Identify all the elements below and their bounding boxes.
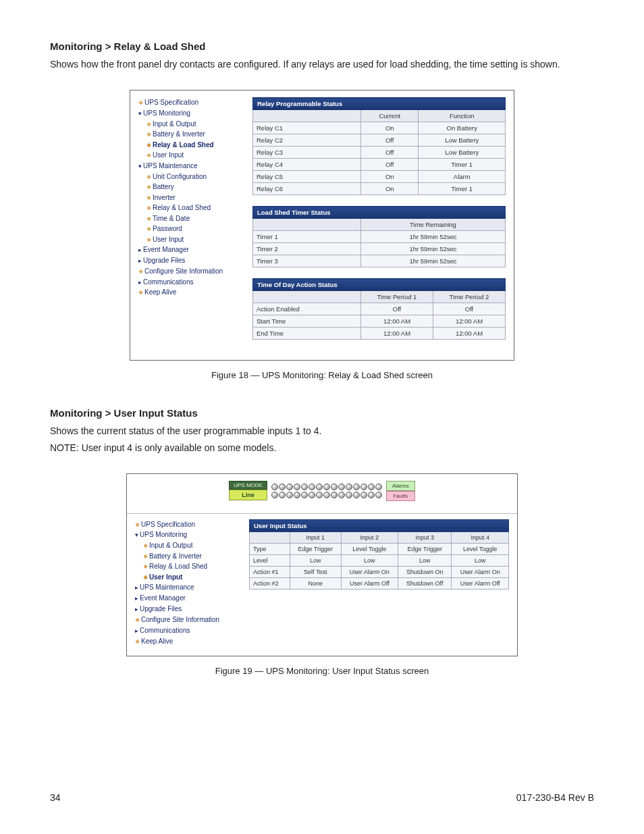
nav-item[interactable]: Battery & Inverter	[138, 129, 243, 140]
table-cell: Low	[452, 554, 509, 566]
uis-title: User Input Status	[250, 519, 509, 531]
nav-item[interactable]: Upgrade Files	[135, 604, 240, 615]
table-cell: Timer 1	[419, 159, 506, 171]
tod-title: Time Of Day Action Status	[253, 279, 506, 291]
nav-item[interactable]: Inverter	[138, 192, 243, 203]
nav-item[interactable]: Upgrade Files	[138, 255, 243, 266]
ups-mode-label: UPS MODE	[229, 481, 267, 490]
table-row: Timer 31hr 59min 52sec	[253, 255, 506, 267]
table-cell: Relay C3	[253, 147, 361, 159]
table-row: Relay C4OffTimer 1	[253, 159, 506, 171]
table-cell: Action #1	[250, 566, 290, 577]
nav-item[interactable]: Unit Configuration	[138, 172, 243, 182]
nav-item[interactable]: Communications	[135, 625, 240, 636]
status-dot-icon	[308, 492, 315, 498]
alarms-faults-widget: Alarms Faults	[386, 481, 415, 501]
nav-item[interactable]: UPS Maintenance	[138, 161, 243, 172]
table-cell: On	[361, 122, 419, 134]
column-header: Input 2	[341, 531, 398, 543]
nav-item[interactable]: Time & Date	[138, 213, 243, 224]
nav-item[interactable]: UPS Specification	[135, 519, 240, 530]
column-header: Input 3	[398, 531, 452, 543]
status-dot-icon	[301, 484, 308, 490]
table-cell: Start Time	[253, 315, 361, 328]
table-cell: Off	[361, 134, 419, 147]
figure-18-caption: Figure 18 — UPS Monitoring: Relay & Load…	[50, 370, 594, 380]
nav-item[interactable]: Event Manager	[138, 244, 243, 255]
status-dot-icon	[368, 484, 375, 490]
table-cell: 1hr 59min 52sec	[361, 243, 506, 255]
table-row: Start Time12:00 AM12:00 AM	[253, 315, 506, 328]
load-shed-title: Load Shed Timer Status	[253, 207, 506, 219]
ups-mode-widget: UPS MODE Line	[229, 481, 267, 500]
table-cell: Level	[250, 554, 290, 566]
status-dot-icon	[316, 492, 323, 498]
status-dot-icon	[338, 484, 345, 490]
status-dot-icon	[375, 492, 382, 498]
table-cell: Timer 3	[253, 255, 361, 267]
nav-item[interactable]: Keep Alive	[135, 636, 240, 647]
table-cell: Low Battery	[419, 134, 506, 147]
nav-item[interactable]: Battery & Inverter	[135, 551, 240, 562]
table-row: Action #2NoneUser Alarm OffShutdown OffU…	[250, 577, 509, 589]
nav-item[interactable]: Relay & Load Shed	[138, 203, 243, 213]
status-dot-icon	[323, 484, 330, 490]
table-cell: 12:00 AM	[361, 315, 433, 328]
nav-item[interactable]: Relay & Load Shed	[135, 561, 240, 572]
nav-item[interactable]: User Input	[138, 234, 243, 245]
status-dot-icon	[360, 492, 367, 498]
table-cell: Timer 1	[253, 231, 361, 243]
table-cell: User Alarm Off	[341, 577, 398, 589]
table-cell: Level Toggle	[341, 543, 398, 554]
nav-item[interactable]: Input & Output	[138, 119, 243, 130]
column-header: Current	[361, 110, 419, 122]
table-row: Relay C6OnTimer 1	[253, 183, 506, 195]
table-cell: Low Battery	[419, 147, 506, 159]
status-dot-icon	[286, 492, 293, 498]
nav-tree-1: UPS SpecificationUPS MonitoringInput & O…	[138, 97, 243, 298]
table-cell: 12:00 AM	[433, 315, 506, 328]
nav-tree-2: UPS SpecificationUPS MonitoringInput & O…	[135, 519, 240, 646]
table-row: Action EnabledOffOff	[253, 303, 506, 315]
nav-item[interactable]: UPS Monitoring	[138, 108, 243, 119]
nav-item[interactable]: Password	[138, 224, 243, 234]
status-dot-icon	[271, 484, 278, 490]
nav-item[interactable]: Relay & Load Shed	[138, 140, 243, 151]
nav-item[interactable]: User Input	[138, 150, 243, 161]
table-cell: Timer 1	[419, 183, 506, 195]
table-cell: Type	[250, 543, 290, 554]
column-header	[253, 110, 361, 122]
nav-item[interactable]: Battery	[138, 182, 243, 192]
ups-mode-value: Line	[229, 490, 267, 500]
table-cell: Off	[433, 303, 506, 315]
table-row: Relay C5OnAlarm	[253, 171, 506, 183]
nav-item[interactable]: UPS Specification	[138, 97, 243, 108]
table-cell: Off	[361, 147, 419, 159]
page-footer: 34 017-230-B4 Rev B	[50, 792, 594, 803]
table-cell: Relay C1	[253, 122, 361, 134]
table-cell: Alarm	[419, 171, 506, 183]
status-dot-icon	[316, 484, 323, 490]
nav-item[interactable]: Configure Site Information	[138, 266, 243, 277]
nav-item[interactable]: UPS Maintenance	[135, 582, 240, 593]
table-cell: On	[361, 183, 419, 195]
table-cell: Relay C6	[253, 183, 361, 195]
nav-item[interactable]: Communications	[138, 277, 243, 288]
nav-item[interactable]: Event Manager	[135, 593, 240, 604]
table-cell: Timer 2	[253, 243, 361, 255]
column-header: Input 4	[452, 531, 509, 543]
relay-programmable-status-table: Relay Programmable Status CurrentFunctio…	[252, 97, 506, 195]
nav-item[interactable]: Keep Alive	[138, 287, 243, 298]
nav-item[interactable]: Input & Output	[135, 540, 240, 551]
nav-item[interactable]: Configure Site Information	[135, 615, 240, 625]
nav-item[interactable]: UPS Monitoring	[135, 529, 240, 540]
column-header: Time Period 2	[433, 291, 506, 303]
column-header	[253, 291, 361, 303]
time-of-day-action-status-table: Time Of Day Action Status Time Period 1T…	[252, 278, 506, 340]
table-cell: Shutdown Off	[398, 577, 452, 589]
table-cell: 1hr 59min 52sec	[361, 231, 506, 243]
table-row: Timer 21hr 59min 52sec	[253, 243, 506, 255]
relay-table-title: Relay Programmable Status	[253, 98, 506, 110]
nav-item[interactable]: User Input	[135, 572, 240, 583]
table-cell: 12:00 AM	[433, 328, 506, 340]
